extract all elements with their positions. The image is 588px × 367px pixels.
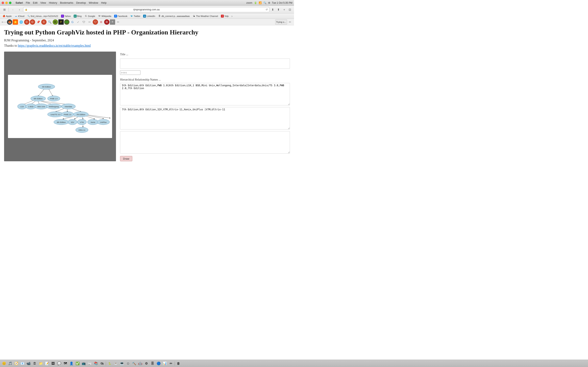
bookmark-wikipedia[interactable]: W Wikipedia [97, 14, 112, 18]
share-button[interactable]: ⬆ [276, 7, 281, 12]
close-button[interactable] [2, 2, 4, 4]
bookmark-apple[interactable]: 🍎 Apple [1, 14, 13, 18]
ext-15[interactable]: ✂ [87, 19, 92, 25]
minimize-button[interactable] [5, 2, 8, 4]
twitter-favicon: 🐦 [130, 15, 133, 17]
edge-6th-lsx [24, 100, 34, 104]
bookmark-google-label: Google [88, 15, 95, 17]
download-button[interactable]: ⬇ [270, 7, 275, 12]
title-small-input[interactable]: o-a-u [120, 70, 140, 75]
bookmark-linkedin[interactable]: in LinkedIn [142, 14, 156, 18]
titlebar: Safari File Edit View History Bookmarks … [0, 0, 294, 6]
bookmark-weather[interactable]: 🌤 The Weather Channel [191, 14, 219, 18]
bookmark-bing[interactable]: B Bing [72, 14, 83, 18]
ext-20[interactable]: ✏ [116, 19, 121, 25]
menu-window[interactable]: Window [89, 1, 98, 4]
datetime: Tue 1 Oct 5:35 PM [272, 1, 292, 4]
ext-11[interactable]: CD [64, 19, 69, 25]
bookmark-twitter[interactable]: 🐦 Twitter [129, 14, 141, 18]
reload-icon[interactable]: ↺ [266, 8, 268, 11]
ext-18[interactable]: R [104, 19, 109, 25]
ext-1[interactable]: 🦊 [7, 19, 12, 25]
control-center-icon[interactable]: ⚙ [268, 1, 270, 4]
ext-last[interactable]: ✏ [287, 19, 293, 25]
bookmark-wikipedia-label: Wikipedia [102, 15, 111, 17]
thanks-link[interactable]: https://graphviz.readthedocs.io/en/stabl… [18, 44, 91, 47]
facebook-favicon: f [114, 15, 117, 17]
bookmark-db[interactable]: 🗄 db_connect.p...aaasaaafaas [157, 14, 191, 18]
menu-help[interactable]: Help [101, 1, 107, 4]
ext-14[interactable]: 🛡 [81, 19, 86, 25]
node-8th-edition: 8th Edition [54, 119, 69, 125]
bookmark-yelp[interactable]: Y Yelp [220, 14, 230, 18]
menu-bookmarks[interactable]: Bookmarks [60, 1, 73, 4]
ext-16[interactable]: 🛡 [93, 19, 98, 25]
ext-19[interactable]: R [110, 19, 115, 25]
bookmark-bing-label: Bing [77, 15, 82, 17]
menu-history[interactable]: History [49, 1, 57, 4]
svg-text:Xenix: Xenix [91, 121, 95, 123]
menu-view[interactable]: View [40, 1, 46, 4]
ext-12[interactable]: G [70, 19, 75, 25]
menu-file[interactable]: File [26, 1, 30, 4]
browser-toolbar: ⊞ ‹ › 🔒 rjmprogramming.com.au ↺ ⬇ ⬆ + ⊡ [0, 6, 294, 13]
hier-textarea-3[interactable] [120, 131, 290, 154]
address-bar[interactable]: 🔒 rjmprogramming.com.au ↺ [23, 7, 269, 12]
svg-line-0 [38, 89, 44, 96]
bookmark-yahoo[interactable]: Y! Yahoo [60, 14, 72, 18]
hier-textarea-1[interactable] [120, 83, 290, 105]
bookmark-google[interactable]: G Google [83, 14, 96, 18]
titlebar-menu: Safari File Edit View History Bookmarks … [16, 1, 107, 4]
traffic-lights [2, 2, 11, 4]
svg-text:Unix/TS 3.0: Unix/TS 3.0 [51, 114, 61, 116]
bookmark-facebook[interactable]: f Facebook [113, 14, 129, 18]
svg-text:1 BSD: 1 BSD [28, 106, 34, 108]
apple-favicon: 🍎 [2, 15, 5, 17]
edge-5th-pwb1 [49, 89, 53, 96]
ext-3[interactable]: 🌐 [18, 19, 24, 25]
title-textarea[interactable] [120, 58, 290, 69]
ext-17[interactable]: ⚙ [98, 19, 104, 25]
ext-4[interactable]: © [24, 19, 29, 25]
bookmark-linkedin-label: LinkedIn [147, 15, 155, 17]
svg-text:PWB 2.0: PWB 2.0 [64, 114, 71, 116]
ext-2[interactable]: ⭐ [13, 19, 18, 25]
bookmark-find[interactable]: 🔍 find_minus...rep+%22s%22 [26, 14, 59, 18]
ext-5[interactable]: © [30, 19, 35, 25]
ext-9[interactable]: ✏ [53, 19, 58, 25]
thanks-line: Thanks to https://graphviz.readthedocs.i… [4, 44, 290, 48]
ext-6[interactable]: 📌 [35, 19, 41, 25]
bookmark-twitter-label: Twitter [134, 15, 140, 17]
bookmark-icloud[interactable]: ☁ iCloud [13, 14, 26, 18]
ext-page-label[interactable]: Trying o... [275, 19, 287, 25]
url-text[interactable]: rjmprogramming.com.au [28, 8, 265, 11]
bookmarks-more-button[interactable]: › [231, 14, 233, 18]
battery-icon: 🔋 [254, 1, 257, 4]
menu-safari[interactable]: Safari [16, 1, 23, 4]
ext-8[interactable]: 🔍 [47, 19, 52, 25]
bookmark-apple-label: Apple [6, 15, 12, 17]
tabs-button[interactable]: ⊡ [287, 7, 292, 12]
search-icon[interactable]: 🔍 [263, 1, 267, 4]
draw-button[interactable]: Draw [120, 156, 132, 161]
svg-text:UniPlus: UniPlus [100, 121, 107, 123]
ext-13[interactable]: ✓ [76, 19, 81, 25]
sidebar-toggle[interactable]: ⊞ [2, 7, 7, 12]
forward-button[interactable]: › [17, 7, 22, 12]
svg-text:PWB 1.0: PWB 1.0 [50, 98, 57, 100]
ext-7[interactable]: © [41, 19, 47, 25]
hier-textarea-2[interactable] [120, 107, 290, 129]
ext-10[interactable]: P [58, 19, 64, 25]
menu-develop[interactable]: Develop [76, 1, 86, 4]
graph-svg: 5th Edition 6th Edition PWB 1.0 [8, 75, 112, 138]
back-button[interactable]: ‹ [10, 7, 16, 12]
newtab-button[interactable]: + [282, 7, 287, 12]
ext-back[interactable]: ⟵ [1, 19, 7, 25]
menu-edit[interactable]: Edit [33, 1, 37, 4]
bookmark-yahoo-label: Yahoo [65, 15, 71, 17]
graph-inner: 5th Edition 6th Edition PWB 1.0 [8, 75, 112, 138]
bookmark-weather-label: The Weather Channel [196, 15, 218, 17]
yahoo-favicon: Y! [61, 15, 64, 17]
maximize-button[interactable] [9, 2, 11, 4]
bookmarks-bar: 🍎 Apple ☁ iCloud 🔍 find_minus...rep+%22s… [0, 13, 294, 19]
